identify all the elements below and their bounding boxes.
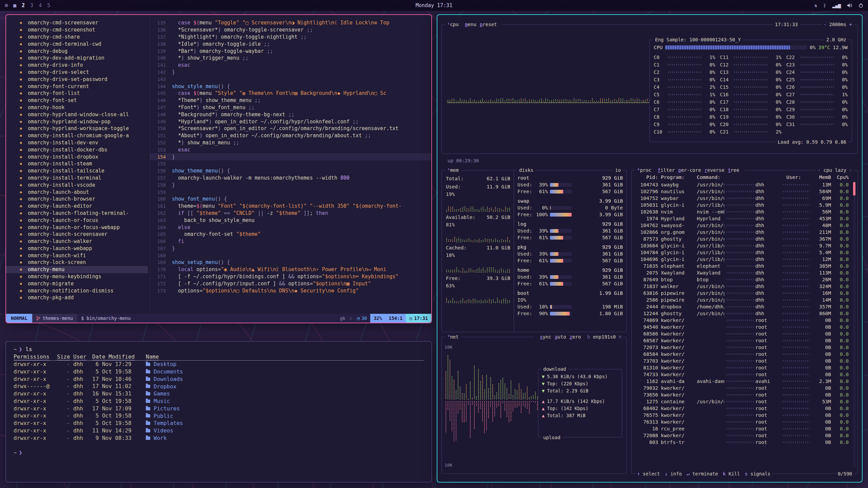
volume-icon[interactable] (847, 3, 852, 8)
proc-col-header[interactable]: MemB (811, 174, 831, 181)
file-tree-item[interactable]: ✱omarchy-hyprland-workspace-toggle (6, 125, 148, 132)
file-tree-item[interactable]: ✱omarchy-dev-add-migration (6, 55, 148, 62)
process-row[interactable]: 87649btopbtopdhh26M0.0 (636, 276, 849, 283)
file-tree-item[interactable]: ✱omarchy-install-vscode (6, 181, 148, 188)
proc-button-tree[interactable]: tree (728, 167, 739, 174)
process-row[interactable]: 2586pipewire/usr/bin/pipewire-pulsedhh14… (636, 297, 849, 303)
file-tree-item[interactable]: ✱omarchy-install-steam (6, 160, 148, 167)
levels-icon[interactable]: ▂▄▆ (832, 3, 841, 8)
proc-footer-Kill[interactable]: k Kill (723, 470, 740, 477)
process-row[interactable]: 104696glycin-i/usr/lib/glycin-loadersdhh… (636, 256, 849, 263)
file-tree-item[interactable]: ✱omarchy-hook (6, 104, 148, 111)
process-row[interactable]: 63816pipewire/usr/bin/pipewiredhh16M0.0 (636, 290, 849, 297)
file-tree-item[interactable]: ✱omarchy-install-docker-dbs (6, 146, 148, 153)
process-row[interactable]: 2444dropbox/home/dhh/.dropbox-distdhh357… (636, 303, 849, 310)
process-row[interactable]: 74869kworker/root0B0.0 (636, 317, 849, 324)
cpu-box-buttons[interactable]: menupreset (463, 21, 498, 28)
interval-minus-button[interactable]: - (824, 22, 826, 27)
process-row[interactable]: 1974HyprlandHyprlanddhh453M0.0 (636, 215, 849, 222)
process-row[interactable]: 68584kworker/root0B0.0 (636, 351, 849, 358)
process-row[interactable]: 68587kworker/root0B0.0 (636, 337, 849, 344)
file-tree-item[interactable]: ✱omarchy-cmd-screensaver (6, 19, 148, 26)
process-row[interactable]: 803btrfs-trroot0B0.0 (636, 439, 849, 446)
file-tree-item[interactable]: ✱omarchy-launch-about (6, 188, 148, 196)
process-row[interactable]: 76575kworker/root0B0.0 (636, 412, 849, 419)
process-row[interactable]: 73656kworker/root0B0.0 (636, 391, 849, 398)
file-tree-item[interactable]: ✱omarchy-lock-screen (6, 259, 148, 266)
process-row[interactable]: 68586kworker/root0B0.0 (636, 330, 849, 337)
process-row[interactable]: 2075XwaylandXwayland :1 -rootless -dhh11… (636, 269, 849, 276)
proc-footer-select[interactable]: ↑ select (637, 470, 660, 477)
process-row[interactable]: 94540kworker/root0B0.0 (636, 324, 849, 330)
file-tree-item[interactable]: ✱omarchy-cmd-screenshot (6, 26, 148, 34)
file-tree-item[interactable]: ✱omarchy-font-list (6, 90, 148, 97)
process-row[interactable]: 76313kworker/root0B0.0 (636, 419, 849, 425)
file-tree-item[interactable]: ✱omarchy-cmd-terminal-cwd (6, 40, 148, 47)
power-icon[interactable] (859, 3, 863, 8)
proc-footer-info[interactable]: ↓ info (665, 470, 682, 477)
file-tree-item[interactable]: ✱omarchy-launch-or-focus-webapp (6, 224, 148, 231)
network-icon[interactable]: ⇅ (814, 3, 817, 8)
file-tree-item[interactable]: ✱omarchy-debug (6, 47, 148, 55)
process-row[interactable]: 79032kworker/root0B0.0 (636, 385, 849, 391)
terminal-prompt-line[interactable]: ~❯ (14, 449, 424, 456)
proc-button-per-core[interactable]: per-core (678, 167, 701, 174)
file-tree-item[interactable]: ✱omarchy-install-terminal (6, 175, 148, 182)
process-row[interactable]: 102638nvimnvim --embed .dhh56M0.0 (636, 208, 849, 215)
file-tree-item[interactable]: ✱omarchy-install-tailscale (6, 167, 148, 175)
file-tree-item[interactable]: ✱omarchy-launch-webapp (6, 245, 148, 252)
proc-col-header[interactable]: Cpu% (831, 174, 849, 181)
proc-scrollbar-thumb[interactable] (853, 182, 855, 196)
file-tree-item[interactable]: ✱omarchy-launch-browser (6, 196, 148, 203)
file-tree-item[interactable]: ✱omarchy-install-chromium-google-a (6, 132, 148, 139)
file-tree[interactable]: ✱omarchy-cmd-screensaver✱omarchy-cmd-scr… (6, 15, 150, 314)
proc-col-header[interactable]: Pid: (636, 174, 661, 181)
net-button-sync[interactable]: sync (540, 333, 551, 340)
process-row[interactable]: 72073kworker/root0B0.0 (636, 344, 849, 351)
proc-col-header[interactable]: User: (786, 174, 811, 181)
iface-next-button[interactable]: n (619, 334, 622, 340)
process-row[interactable]: 68402kworker/root0B0.0 (636, 405, 849, 412)
process-row[interactable]: 81310kworker/root0B0.0 (636, 364, 849, 371)
interval-plus-button[interactable]: + (849, 22, 852, 27)
process-row[interactable]: 102866org.gnom/usr/bin/gjs /usr/lib/odhh… (636, 229, 849, 236)
process-row[interactable]: 1275containe/usr/bin/containerdroot53M0.… (636, 398, 849, 405)
file-tree-item[interactable]: ✱omarchy-launch-editor (6, 203, 148, 210)
process-row[interactable]: 71835elephantelephantdhh385M0.0 (636, 263, 849, 269)
process-row[interactable]: 74733kworker/root0B0.0 (636, 371, 849, 378)
process-row[interactable]: 104743swaybg/usr/bin/swaybg -i /homdhh13… (636, 181, 849, 188)
process-row[interactable]: 72088kworker/root0B0.0 (636, 432, 849, 439)
proc-footer-signals[interactable]: s signals (745, 470, 770, 477)
bluetooth-icon[interactable]: ᛒ (823, 3, 826, 8)
process-row[interactable]: 104784glycin-i/usr/lib/glycin-loadersdhh… (636, 249, 849, 256)
proc-scrollbar[interactable] (853, 182, 855, 467)
proc-footer-terminate[interactable]: ↵ terminate (687, 470, 718, 477)
process-row[interactable]: 87573ghostty/usr/bin/ghostty --gtk-dhh36… (636, 236, 849, 242)
process-row[interactable]: 105031glycin-i/usr/lib/glycin-loadersdhh… (636, 202, 849, 208)
process-row[interactable]: 73703kworker/root0B0.0 (636, 358, 849, 364)
process-row[interactable]: 103684glycin-i/usr/lib/glycin-loadersdhh… (636, 242, 849, 249)
proc-box-buttons[interactable]: filterper-corereversetree (656, 167, 741, 174)
process-row[interactable]: 12244ghostty/usr/bin/ghostty --gtk-dhh86… (636, 310, 849, 317)
code-pane[interactable]: 135 case $(menu "Toggle" "▢ Screensaver\… (150, 15, 431, 314)
file-tree-item[interactable]: ✱omarchy-migrate (6, 280, 148, 287)
proc-col-header[interactable]: Command: (697, 174, 786, 181)
file-tree-item[interactable]: ✱omarchy-font-set (6, 97, 148, 104)
file-tree-item[interactable]: ✱omarchy-drive-select (6, 69, 148, 76)
update-interval[interactable]: - 2000ms + (822, 21, 854, 28)
file-tree-item[interactable]: ✱omarchy-launch-screensaver (6, 231, 148, 238)
file-tree-item[interactable]: ✱omarchy-notification-dismiss (6, 287, 148, 294)
terminal-body[interactable]: ~❯lsPermissionsSizeUserDate ModifiedName… (6, 342, 431, 460)
net-button-zero[interactable]: zero (570, 333, 581, 340)
file-tree-item[interactable]: ✱omarchy-hyprland-window-close-all (6, 111, 148, 118)
file-tree-item[interactable]: ✱omarchy-menu (6, 266, 148, 273)
file-tree-item[interactable]: ✱omarchy-install-dropbox (6, 153, 148, 160)
process-row[interactable]: 1162avahi-daavahi-daemon: running [avahi… (636, 378, 849, 385)
file-tree-item[interactable]: ✱omarchy-hyprland-window-pop (6, 118, 148, 125)
file-tree-item[interactable]: ✱omarchy-launch-floating-terminal- (6, 210, 148, 217)
process-row[interactable]: 16rcu_preeroot0B0.0 (636, 425, 849, 432)
cpu-button-preset[interactable]: preset (480, 21, 497, 28)
process-row[interactable]: 71837walker/usr/bin/walker --gappldhh324… (636, 283, 849, 290)
file-tree-item[interactable]: ✱omarchy-drive-set-password (6, 76, 148, 83)
cpu-button-menu[interactable]: menu (465, 21, 476, 28)
